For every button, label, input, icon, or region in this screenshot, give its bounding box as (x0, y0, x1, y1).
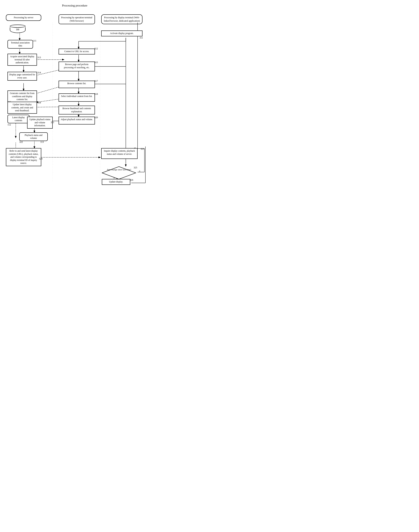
update-display-box: Update display. (102, 179, 130, 185)
connect-url-box: Connect to URL for access. (59, 49, 95, 55)
playback-vol-label: Playback status and volume (25, 134, 42, 139)
ref-314: 314 (37, 71, 41, 74)
connect-url-label: Connect to URL for access. (64, 50, 89, 53)
ref-312: 312 (94, 47, 98, 50)
display-page-label: Display page customized for every user. (9, 73, 35, 79)
latest-contents-shape: Latest display contents (7, 115, 29, 123)
db-cylinder: DB (10, 25, 26, 33)
activate-box: Activate display program. (101, 30, 143, 36)
diagram: Processing by server Processing by opera… (4, 11, 145, 188)
acquire-box: Acquire associated display terminal ID a… (7, 54, 37, 66)
ref-324: 324 (39, 157, 42, 160)
n-label: n (139, 170, 140, 172)
select-content-box: Select individual content from list. (59, 94, 95, 102)
terminal-data-label: Terminal association data (11, 41, 29, 47)
operation-header-label: Processing by operation terminal (Web br… (61, 16, 92, 22)
display-header: Processing by display terminal (Web-link… (101, 14, 143, 24)
acquire-label: Acquire associated display terminal ID a… (10, 55, 34, 64)
browse-thumb-label: Browse thumbnail and contents explanatio… (63, 107, 91, 113)
latest-contents-label: Latest display contents (12, 116, 25, 122)
activate-label: Activate display program. (110, 32, 134, 34)
ref-112: 112 (7, 123, 11, 126)
browse-search-box: Browse page and perform processing of se… (59, 62, 95, 71)
adjust-playback-label: Adjust playback status and volume. (61, 118, 93, 121)
refer-send-box: Refer to and send latest display content… (6, 148, 41, 166)
generate-list-label: Generate contents list from conditions a… (10, 92, 35, 100)
ref-111: 111 (33, 39, 36, 42)
update-playback-box: Update playback status and volume inform… (27, 117, 53, 129)
browse-list-label: Browse contents list. (67, 82, 86, 84)
browse-thumb-box: Browse thumbnail and contents explanatio… (59, 106, 95, 114)
terminal-data-shape: Terminal association data (7, 40, 33, 49)
update-display-label: Update display. (109, 180, 123, 183)
browse-list-box: Browse contents list. (59, 81, 95, 88)
display-header-label: Processing by display terminal (Web-link… (104, 16, 140, 22)
ref-315: 315 (94, 61, 98, 64)
operation-header: Processing by operation terminal (Web br… (59, 14, 95, 24)
display-page-box: Display page customized for every user. (7, 72, 37, 81)
server-header-label: Processing by server (14, 16, 33, 19)
select-content-label: Select individual content from list. (61, 95, 92, 97)
ref-326: 326 (130, 178, 133, 181)
update-latest-label: Update latest display contents, and crea… (11, 103, 33, 112)
any-change-label: Any change since last time? (106, 168, 132, 171)
adjust-playback-box: Adjust playback status and volume. (59, 117, 95, 124)
db-label: DB (16, 28, 19, 31)
update-latest-box: Update latest display contents, and crea… (7, 102, 37, 114)
refer-send-label: Refer to and send latest display content… (9, 150, 38, 164)
ref-319: 319 (37, 101, 41, 104)
inquire-label: Inquire display contents, playback statu… (104, 150, 135, 155)
any-change-diamond: Any change since last time? (102, 166, 136, 179)
y-label: y (114, 177, 115, 179)
ref-321: 321 (51, 121, 54, 124)
browse-search-label: Browse page and perform processing of se… (64, 63, 90, 69)
playback-vol-shape: Playback status and volume (19, 132, 48, 141)
page-title: Processing procedure (4, 4, 145, 7)
ref-322: 322 (19, 141, 23, 144)
cylinder-top (10, 25, 26, 28)
server-header: Processing by server (6, 14, 41, 21)
update-playback-label: Update playback status and volume inform… (29, 118, 51, 127)
ref-313: 313 (37, 56, 41, 59)
ref-323: 323 (141, 148, 144, 150)
ref-320: 320 (94, 116, 98, 119)
cylinder-body: DB (10, 27, 26, 33)
ref-318: 318 (94, 93, 98, 95)
ref-113: 113 (40, 141, 44, 144)
ref-317: 317 (94, 80, 98, 82)
inquire-box: Inquire display contents, playback statu… (101, 148, 138, 159)
ref-325: 325 (134, 166, 137, 169)
ref-311: 311 (140, 36, 143, 39)
generate-list-box: Generate contents list from conditions a… (7, 91, 37, 102)
